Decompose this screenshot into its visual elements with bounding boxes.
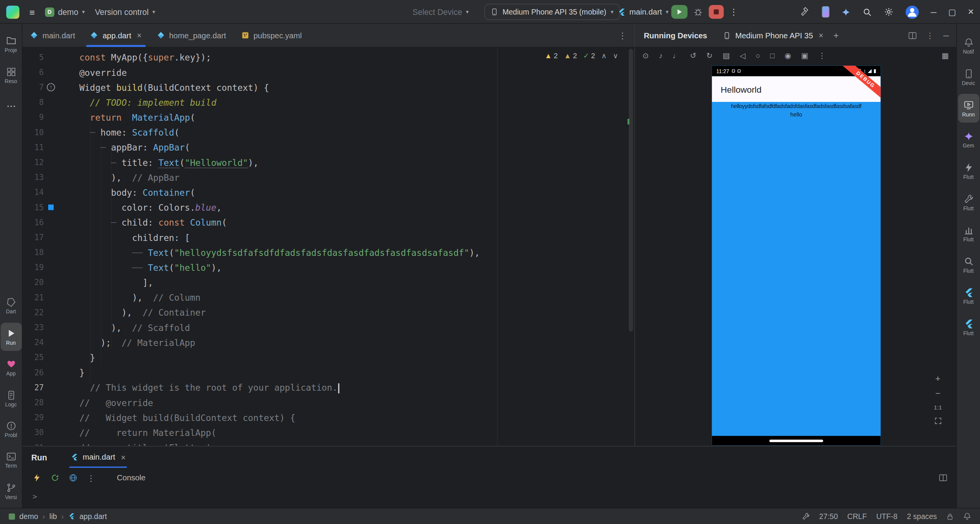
sidebar-item-flutt[interactable]: Flutt <box>958 250 979 279</box>
sidebar-item-flutt[interactable]: Flutt <box>958 282 979 310</box>
gutter-marker-area[interactable] <box>44 140 56 155</box>
sidebar-item-gem[interactable]: Gem <box>958 125 979 154</box>
code-line[interactable]: 5const MyApp({super.key}); <box>23 50 626 65</box>
select-device-dropdown[interactable]: Select Device ▾ <box>413 0 469 24</box>
console-options-button[interactable]: ⋮ <box>87 473 95 482</box>
breadcrumb-project[interactable]: demo <box>20 512 38 521</box>
line-number[interactable]: 7 <box>23 80 44 95</box>
line-number[interactable]: 11 <box>23 140 44 155</box>
line-separator[interactable]: CRLF <box>847 512 867 521</box>
settings-button[interactable] <box>884 7 894 17</box>
editor-scrollbar[interactable] <box>627 49 634 444</box>
gutter-marker-area[interactable] <box>44 365 56 380</box>
device-nav-bar[interactable] <box>712 436 881 445</box>
code-line[interactable]: 27 // This widget is the root of your ap… <box>23 380 626 395</box>
zoom-fit-button[interactable] <box>934 417 942 425</box>
gutter-marker-area[interactable] <box>44 65 56 80</box>
line-number[interactable]: 23 <box>23 320 44 335</box>
line-number[interactable]: 25 <box>23 350 44 365</box>
hot-restart-button[interactable] <box>51 473 59 482</box>
code-line[interactable]: 9 return MaterialApp( <box>23 110 626 125</box>
code-line[interactable]: 31// title: 'Flutter', <box>23 440 626 446</box>
power-button[interactable]: ⊙ <box>642 51 648 60</box>
stop-button[interactable] <box>709 5 724 19</box>
volume-down-button[interactable]: ♩ <box>673 51 680 60</box>
prev-issue-button[interactable]: ∧ <box>601 51 607 60</box>
gutter-marker-area[interactable] <box>44 305 56 320</box>
line-number[interactable]: 26 <box>23 365 44 380</box>
run-configuration-dropdown[interactable]: main.dart ▾ <box>617 0 668 24</box>
fold-button[interactable]: ▤ <box>723 51 730 60</box>
sidebar-item-probl[interactable]: Probl <box>0 415 22 444</box>
line-number[interactable]: 27 <box>23 380 44 395</box>
sidebar-item-flutt[interactable]: Flutt <box>958 219 979 247</box>
color-swatch-blue[interactable] <box>47 204 54 211</box>
debug-button[interactable] <box>693 7 703 17</box>
device-selector-dropdown[interactable]: Medium Phone API 35 (mobile) ▾ <box>484 4 620 20</box>
line-number[interactable]: 29 <box>23 410 44 425</box>
line-number[interactable]: 8 <box>23 95 44 110</box>
code-editor[interactable]: 5const MyApp({super.key});6@override7↑Wi… <box>23 47 634 446</box>
hot-reload-button[interactable] <box>33 473 41 482</box>
indent-setting[interactable]: 2 spaces <box>907 512 937 521</box>
lock-icon[interactable] <box>946 513 954 520</box>
tab-list-button[interactable]: ⋮ <box>618 30 627 40</box>
line-number[interactable]: 22 <box>23 305 44 320</box>
code-line[interactable]: 19 ── Text("hello"), <box>23 260 626 275</box>
code-line[interactable]: 25 } <box>23 350 626 365</box>
sidebar-item-proje[interactable]: Proje <box>0 30 22 58</box>
project-selector[interactable]: D demo ▾ <box>45 7 85 16</box>
gutter-marker-area[interactable] <box>44 380 56 395</box>
code-line[interactable]: 12 ─ title: Text("Helloworld"), <box>23 155 626 170</box>
editor-tab-main.dart[interactable]: main.dart <box>23 24 83 47</box>
line-number[interactable]: 21 <box>23 290 44 305</box>
gutter-marker-area[interactable] <box>44 170 56 185</box>
line-number[interactable]: 12 <box>23 155 44 170</box>
gutter-marker-area[interactable] <box>44 260 56 275</box>
gutter-marker-area[interactable] <box>44 185 56 200</box>
line-number[interactable]: 14 <box>23 185 44 200</box>
sidebar-item-flutt[interactable]: Flutt <box>958 156 979 185</box>
rotate-left-button[interactable]: ↺ <box>690 51 696 60</box>
gutter-marker-area[interactable] <box>44 425 56 440</box>
code-line[interactable]: 22 ), // Container <box>23 305 626 320</box>
gutter-marker-area[interactable] <box>44 335 56 350</box>
gutter-marker-area[interactable] <box>44 95 56 110</box>
line-number[interactable]: 6 <box>23 65 44 80</box>
line-number[interactable]: 16 <box>23 215 44 230</box>
sidebar-item-devic[interactable]: Devic <box>958 62 979 91</box>
code-line[interactable]: 20 ], <box>23 275 626 290</box>
gemini-icon[interactable] <box>841 7 851 16</box>
line-number[interactable]: 10 <box>23 125 44 140</box>
close-icon[interactable]: × <box>818 31 823 40</box>
code-line[interactable]: 16 ─ child: const Column( <box>23 215 626 230</box>
gutter-marker-area[interactable]: ↑ <box>44 80 56 95</box>
gutter-marker-area[interactable] <box>44 350 56 365</box>
console-output[interactable]: > <box>23 488 956 508</box>
gutter-marker-area[interactable] <box>44 290 56 305</box>
gutter-marker-area[interactable] <box>44 200 56 215</box>
search-button[interactable] <box>862 7 872 16</box>
sidebar-item-term[interactable]: Term <box>0 446 22 474</box>
close-icon[interactable]: × <box>121 452 126 462</box>
editor-tab-home_page.dart[interactable]: home_page.dart <box>149 24 234 47</box>
run-tab-main-dart[interactable]: main.dart × <box>67 447 129 468</box>
zoom-out-button[interactable]: − <box>935 389 940 398</box>
run-button[interactable] <box>671 5 687 19</box>
code-line[interactable]: 7↑Widget build(BuildContext context) { <box>23 80 626 95</box>
file-encoding[interactable]: UTF-8 <box>876 512 898 521</box>
gutter-marker-area[interactable] <box>44 275 56 290</box>
line-number[interactable]: 20 <box>23 275 44 290</box>
sidebar-item-runn[interactable]: Runn <box>958 94 979 123</box>
console-tab[interactable]: Console <box>117 473 145 482</box>
add-device-tab-button[interactable]: + <box>833 30 839 41</box>
user-avatar[interactable] <box>906 5 919 18</box>
line-number[interactable]: 24 <box>23 335 44 350</box>
notifications-icon[interactable] <box>963 512 971 520</box>
line-number[interactable]: 15 <box>23 200 44 215</box>
sidebar-item-run[interactable]: Run <box>0 323 22 351</box>
line-number[interactable]: 31 <box>23 440 44 446</box>
gutter-marker-area[interactable] <box>44 50 56 65</box>
layout-settings-button[interactable] <box>939 473 947 482</box>
code-line[interactable]: 29// Widget build(BuildContext context) … <box>23 410 626 425</box>
